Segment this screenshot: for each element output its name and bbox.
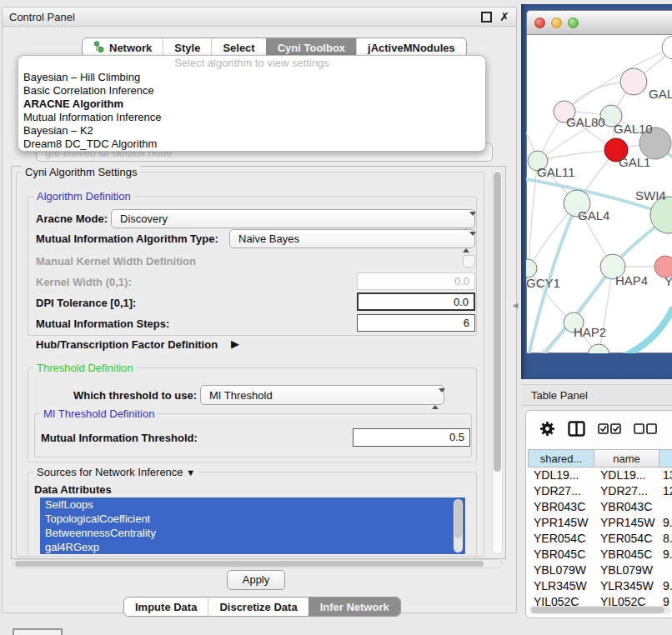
table-panel: shared... name A YDL19...YDL19...13YDR27… [525, 410, 672, 618]
table-row[interactable]: YBR045CYBR045C9. [528, 547, 672, 562]
list-scrollbar[interactable] [454, 499, 463, 552]
svg-text:GCY1: GCY1 [526, 276, 560, 290]
network-node[interactable] [662, 36, 672, 59]
vertical-scrollbar[interactable] [492, 169, 503, 554]
float-window-icon[interactable] [481, 12, 492, 22]
scrollbar-thumb[interactable] [531, 607, 664, 613]
column-header-name[interactable]: name [594, 449, 659, 468]
attribute-option[interactable]: BetweennessCentrality [40, 526, 465, 540]
gear-icon[interactable] [539, 421, 555, 439]
network-canvas[interactable]: GAL7 GAL80 GAL10 GAL1 GAL11 SWI4 GAL4 GC… [526, 34, 672, 353]
algorithm-placeholder: Select algorithm to view settings [18, 56, 485, 71]
scrollbar-thumb[interactable] [454, 500, 462, 538]
column-header-partial[interactable]: A [659, 449, 672, 468]
attribute-option[interactable]: gal4RGexp [40, 540, 465, 554]
dpi-tolerance-field[interactable]: 0.0 [357, 292, 475, 311]
table-cell: 9. [659, 578, 672, 594]
algorithm-option[interactable]: ARACNE Algorithm [18, 98, 485, 111]
table-row[interactable]: YBL079WYBL079W [528, 562, 672, 578]
network-icon [93, 41, 104, 55]
attribute-option[interactable]: TopologicalCoefficient [40, 512, 465, 526]
network-edge-cyan [624, 310, 672, 353]
mi-threshold-field[interactable]: 0.5 [353, 428, 470, 447]
table-cell: YDR27... [528, 483, 594, 499]
group-title: MI Threshold Definition [40, 408, 158, 420]
deselect-all-columns-icon[interactable] [634, 423, 657, 437]
tab-impute-data[interactable]: Impute Data [124, 598, 208, 616]
mi-type-combo[interactable]: Naive Bayes [229, 229, 475, 248]
tab-label: jActiveMNodules [368, 42, 455, 54]
algorithm-option[interactable]: Mutual Information Inference [18, 111, 485, 124]
select-all-columns-icon[interactable] [598, 423, 621, 437]
expand-arrow-icon[interactable]: ▶ [231, 338, 239, 350]
tab-network[interactable]: Network [83, 38, 163, 57]
network-window-titlebar[interactable] [527, 11, 672, 35]
split-columns-icon[interactable] [568, 421, 585, 439]
svg-text:HAP4: HAP4 [615, 273, 648, 288]
algorithm-option[interactable]: Bayesian – K2 [18, 124, 485, 138]
svg-text:GAL7: GAL7 [649, 87, 672, 101]
apply-button[interactable]: Apply [227, 570, 285, 590]
table-cell: YBL079W [594, 562, 659, 578]
table-cell: YLR345W [594, 578, 659, 594]
table-row[interactable]: YDR27...YDR27...12 [528, 483, 672, 499]
kernel-width-field[interactable]: 0.0 [357, 272, 475, 290]
table-cell: YDL19... [528, 468, 594, 483]
svg-text:SWI4: SWI4 [635, 188, 666, 202]
mi-threshold-label: Mutual Information Threshold: [41, 432, 198, 444]
table-toolbar [526, 416, 672, 444]
minimize-traffic-light-icon[interactable] [551, 18, 562, 28]
which-threshold-combo[interactable]: MI Threshold [200, 385, 444, 405]
table-row[interactable]: YLR345WYLR345W9. [528, 578, 672, 594]
svg-text:Y: Y [664, 274, 672, 288]
stepper-arrows-icon [463, 233, 470, 252]
algorithm-option[interactable]: Bayesian – Hill Climbing [18, 71, 485, 84]
table-cell: YDR27... [594, 483, 659, 499]
svg-text:GAL1: GAL1 [619, 155, 650, 169]
algorithm-option[interactable]: Basic Correlation Inference [18, 84, 485, 98]
control-panel: Control Panel ✗ Network Style Select Cyn… [2, 7, 517, 613]
table-cell: YPR145W [528, 515, 594, 531]
tab-select[interactable]: Select [211, 38, 265, 57]
tab-discretize-data[interactable]: Discretize Data [208, 598, 308, 616]
manual-kernel-label: Manual Kernel Width Definition [36, 255, 196, 268]
svg-text:GAL10: GAL10 [614, 122, 653, 136]
stepper-arrows-icon [432, 389, 439, 408]
scrollbar-thumb[interactable] [15, 561, 484, 567]
horizontal-scrollbar[interactable] [13, 559, 503, 568]
table-row[interactable]: YDL19...YDL19...13 [528, 468, 672, 483]
table-cell [659, 499, 672, 515]
mi-steps-field[interactable]: 6 [357, 314, 475, 332]
column-header-shared-name[interactable]: shared... [528, 449, 594, 468]
aracne-mode-combo[interactable]: Discovery [111, 209, 475, 228]
tab-jactivemnodules[interactable]: jActiveMNodules [356, 38, 466, 57]
close-icon[interactable]: ✗ [499, 11, 509, 22]
table-cell: YLR345W [528, 578, 594, 594]
network-node-gcy1[interactable] [526, 259, 537, 278]
tab-cyni-toolbox[interactable]: Cyni Toolbox [266, 38, 356, 57]
zoom-traffic-light-icon[interactable] [568, 18, 579, 28]
aracne-mode-value: Discovery [120, 212, 168, 225]
table-row[interactable]: YBR043CYBR043C [528, 499, 672, 515]
splitter-collapse-icon[interactable]: ◀ [513, 302, 518, 309]
network-node-gal7[interactable] [620, 68, 647, 95]
collapse-arrow-icon[interactable]: ▼ [186, 468, 195, 478]
group-title: Algorithm Definition [33, 190, 134, 202]
manual-kernel-checkbox[interactable] [463, 255, 475, 268]
svg-text:GAL80: GAL80 [566, 115, 605, 129]
aracne-mode-label: Aracne Mode: [36, 212, 108, 225]
attribute-option[interactable]: SelfLoops [40, 498, 465, 512]
table-row[interactable]: YER054CYER054C8. [528, 531, 672, 547]
collapsed-panel-icon[interactable] [13, 628, 63, 635]
table-cell: YER054C [594, 531, 659, 547]
tab-infer-network[interactable]: Infer Network [308, 598, 400, 616]
scrollbar-thumb[interactable] [494, 172, 501, 472]
algorithm-option[interactable]: Dream8 DC_TDC Algorithm [18, 138, 485, 151]
table-horizontal-scrollbar[interactable] [529, 606, 671, 614]
table-cell: 9. [659, 547, 672, 562]
svg-text:HAP2: HAP2 [574, 325, 606, 339]
table-cell: YER054C [528, 531, 594, 547]
close-traffic-light-icon[interactable] [534, 18, 545, 28]
tab-style[interactable]: Style [163, 38, 211, 57]
table-row[interactable]: YPR145WYPR145W9. [528, 515, 672, 531]
